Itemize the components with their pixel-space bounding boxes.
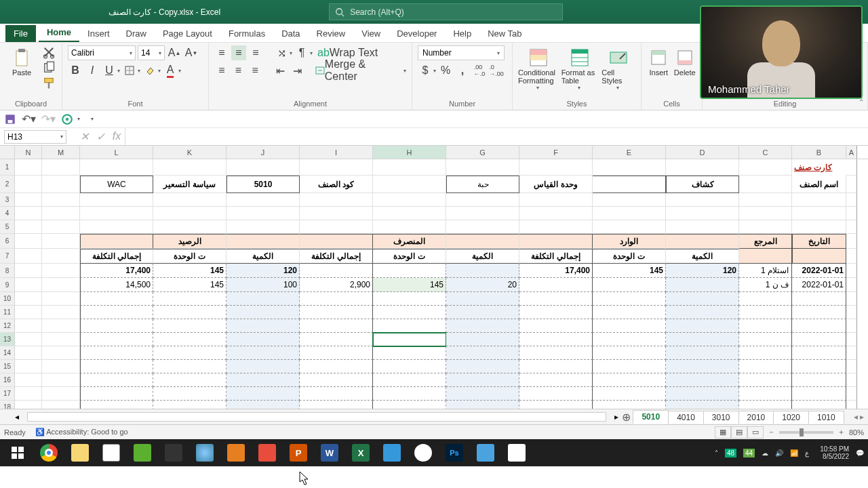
cell[interactable] — [300, 207, 373, 220]
cell[interactable] — [15, 249, 42, 264]
photoshop-icon[interactable]: Ps — [439, 441, 469, 465]
cell[interactable] — [593, 292, 666, 306]
underline-button[interactable]: U — [102, 63, 117, 78]
cell[interactable] — [42, 401, 80, 409]
cell[interactable] — [15, 387, 42, 401]
cell[interactable] — [80, 319, 153, 333]
row-header[interactable]: 16 — [0, 373, 15, 387]
cell[interactable] — [15, 373, 42, 387]
cell[interactable] — [446, 207, 519, 220]
cell[interactable] — [80, 193, 153, 207]
cell[interactable] — [846, 176, 857, 193]
cell[interactable] — [300, 234, 373, 249]
collapse-ribbon-icon[interactable]: ⌃ — [859, 98, 864, 106]
cell[interactable] — [42, 360, 80, 373]
cell[interactable] — [739, 176, 792, 193]
cell[interactable] — [42, 333, 80, 346]
cell[interactable] — [446, 346, 519, 360]
cell[interactable] — [666, 387, 739, 401]
cell[interactable] — [373, 346, 446, 360]
taskbar-clock[interactable]: 10:58 PM8/5/2022 — [820, 445, 849, 460]
cell[interactable] — [593, 373, 666, 387]
cell[interactable] — [226, 360, 300, 373]
cell[interactable] — [519, 306, 593, 319]
cell[interactable] — [666, 234, 739, 249]
cell[interactable]: 100 — [226, 278, 300, 292]
cell[interactable] — [666, 292, 739, 306]
cell[interactable]: وحدة القياس — [519, 176, 593, 193]
cell[interactable] — [153, 306, 226, 319]
row-header[interactable]: 10 — [0, 292, 15, 306]
sheet-tab[interactable]: 4010 — [668, 411, 704, 424]
cell[interactable] — [15, 234, 42, 249]
col-header[interactable]: D — [666, 146, 739, 159]
col-header[interactable]: A — [846, 146, 857, 159]
cell[interactable] — [593, 306, 666, 319]
tray-lang-icon[interactable]: ع — [805, 449, 809, 457]
cell[interactable] — [739, 249, 792, 264]
redo-icon[interactable]: ↷▾ — [41, 113, 56, 125]
cell[interactable] — [666, 333, 739, 346]
cell[interactable] — [519, 159, 593, 176]
cell[interactable] — [300, 264, 373, 278]
tray-cloud-icon[interactable]: ☁ — [762, 449, 768, 457]
tab-data[interactable]: Data — [273, 25, 308, 42]
cell[interactable] — [593, 360, 666, 373]
cell[interactable] — [593, 193, 666, 207]
cell[interactable]: الكمية — [446, 249, 519, 264]
col-header[interactable]: K — [153, 146, 226, 159]
cell[interactable] — [15, 333, 42, 346]
cell[interactable] — [446, 333, 519, 346]
cell[interactable] — [153, 220, 226, 234]
tab-new-tab[interactable]: New Tab — [479, 25, 530, 42]
font-name-select[interactable]: Calibri▾ — [68, 45, 136, 60]
cell[interactable]: 20 — [446, 278, 519, 292]
cell[interactable]: المرجع — [739, 234, 792, 249]
tab-draw[interactable]: Draw — [118, 25, 155, 42]
calendar-icon[interactable] — [96, 441, 126, 465]
cell[interactable] — [846, 207, 857, 220]
cell[interactable] — [300, 387, 373, 401]
cell[interactable] — [593, 176, 666, 193]
cell[interactable] — [792, 249, 846, 264]
format-painter-icon[interactable] — [42, 77, 56, 90]
cell[interactable] — [792, 401, 846, 409]
cell[interactable]: التاريخ — [792, 234, 846, 249]
cell[interactable] — [226, 159, 300, 176]
align-top-icon[interactable]: ≡ — [214, 45, 229, 60]
tab-page-layout[interactable]: Page Layout — [155, 25, 220, 42]
cell[interactable] — [373, 176, 446, 193]
cell[interactable] — [42, 249, 80, 264]
powerpoint-icon[interactable]: P — [283, 441, 313, 465]
cell[interactable] — [226, 193, 300, 207]
cell[interactable] — [846, 220, 857, 234]
cell[interactable] — [300, 319, 373, 333]
zoom-out-icon[interactable]: － — [768, 427, 775, 437]
row-header[interactable]: 15 — [0, 360, 15, 373]
cell[interactable] — [300, 220, 373, 234]
cell[interactable] — [593, 159, 666, 176]
font-size-select[interactable]: 14▾ — [138, 45, 165, 60]
cell[interactable]: حبة — [446, 176, 519, 193]
cell[interactable] — [373, 333, 446, 346]
cell[interactable] — [446, 387, 519, 401]
number-format-select[interactable]: Number▾ — [418, 45, 505, 60]
cell[interactable] — [15, 401, 42, 409]
cell[interactable] — [15, 207, 42, 220]
undo-icon[interactable]: ↶▾ — [22, 113, 36, 125]
cell[interactable] — [300, 346, 373, 360]
cell[interactable] — [593, 319, 666, 333]
italic-button[interactable]: I — [85, 63, 100, 78]
cell[interactable] — [519, 346, 593, 360]
tab-insert[interactable]: Insert — [79, 25, 118, 42]
app-icon-3[interactable] — [221, 441, 251, 465]
cell[interactable]: 145 — [153, 278, 226, 292]
cell[interactable] — [42, 346, 80, 360]
cell-styles-button[interactable]: Cell Styles▾ — [601, 45, 635, 91]
sheet-tab[interactable]: 1020 — [773, 411, 809, 424]
app-icon-5[interactable] — [408, 441, 438, 465]
chrome-icon[interactable] — [34, 441, 64, 465]
fill-color-icon[interactable] — [142, 63, 157, 78]
cell[interactable] — [373, 319, 446, 333]
cell[interactable] — [153, 401, 226, 409]
